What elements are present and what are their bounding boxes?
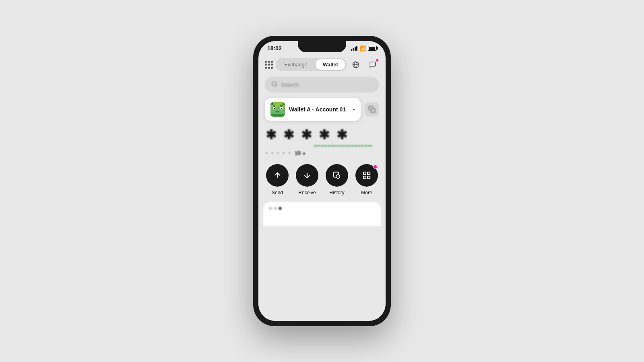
sub-balance-masked: • • • • • — [266, 150, 291, 156]
svg-line-4 — [276, 85, 277, 86]
account-row: Wallet A - Account 01 ▾ — [258, 95, 386, 124]
send-label: Send — [272, 190, 283, 195]
phone-notch — [298, 41, 346, 52]
svg-rect-17 — [270, 102, 273, 105]
status-icons: 📶 — [351, 45, 377, 51]
dropdown-arrow-icon: ▾ — [353, 107, 355, 112]
more-label: More — [361, 190, 372, 195]
tab-exchange[interactable]: Exchange — [277, 59, 315, 70]
account-avatar — [270, 102, 285, 117]
svg-rect-20 — [371, 109, 375, 113]
svg-rect-14 — [281, 108, 282, 109]
svg-rect-25 — [363, 172, 366, 175]
nav-bar: Exchange Wallet — [258, 55, 386, 74]
svg-rect-28 — [367, 176, 370, 179]
search-bar[interactable]: Search — [265, 77, 379, 93]
receive-circle — [296, 164, 318, 187]
balance-section: ✱ ✱ ✱ ✱ ✱ — [258, 124, 386, 148]
svg-rect-26 — [367, 172, 370, 175]
account-selector[interactable]: Wallet A - Account 01 ▾ — [265, 98, 361, 121]
svg-point-3 — [272, 82, 277, 86]
phone-container: 18:02 📶 — [254, 36, 390, 326]
bottom-card — [263, 202, 381, 226]
svg-rect-13 — [274, 108, 275, 109]
battery-icon — [368, 46, 377, 51]
search-container: Search — [258, 74, 386, 95]
apps-grid-icon[interactable] — [265, 61, 273, 69]
more-badge — [373, 165, 377, 169]
signal-icon — [351, 46, 358, 51]
trend-arrow-icon: ▲ — [302, 151, 306, 155]
chat-icon[interactable] — [366, 58, 379, 71]
globe-icon[interactable] — [349, 58, 362, 71]
dot-2 — [274, 207, 277, 210]
search-icon — [271, 81, 278, 88]
send-button[interactable]: Send — [266, 164, 289, 195]
dot-1 — [269, 207, 272, 210]
green-dots-line — [314, 145, 378, 147]
action-buttons: Send Receive — [258, 158, 386, 199]
svg-rect-16 — [276, 111, 279, 112]
account-name: Wallet A - Account 01 — [289, 106, 349, 113]
chat-badge — [376, 59, 379, 62]
svg-rect-9 — [280, 105, 283, 107]
send-circle — [266, 164, 289, 187]
copy-icon-button[interactable] — [365, 102, 379, 117]
more-button[interactable]: More — [355, 164, 378, 195]
time-period-badge: 1D ▲ — [295, 150, 306, 156]
receive-button[interactable]: Receive — [296, 164, 318, 195]
svg-rect-19 — [270, 114, 285, 117]
dot-3 — [279, 207, 282, 210]
phone-screen: 18:02 📶 — [258, 41, 386, 321]
nav-tabs: Exchange Wallet — [276, 58, 347, 71]
receive-label: Receive — [298, 190, 316, 195]
svg-rect-27 — [363, 176, 366, 179]
more-circle — [355, 164, 378, 187]
history-label: History — [329, 190, 344, 195]
balance-masked: ✱ ✱ ✱ ✱ ✱ — [266, 127, 378, 142]
status-time: 18:02 — [267, 45, 282, 51]
svg-rect-18 — [283, 102, 285, 105]
wifi-icon: 📶 — [359, 45, 366, 51]
svg-rect-8 — [273, 105, 275, 107]
history-circle — [326, 164, 348, 187]
bottom-card-indicator — [269, 207, 375, 210]
sub-balance-row: • • • • • 1D ▲ — [258, 148, 386, 158]
search-placeholder: Search — [281, 82, 299, 88]
history-button[interactable]: History — [326, 164, 348, 195]
svg-rect-10 — [270, 107, 285, 114]
tab-wallet[interactable]: Wallet — [316, 59, 345, 70]
nav-right-icons — [349, 58, 379, 71]
